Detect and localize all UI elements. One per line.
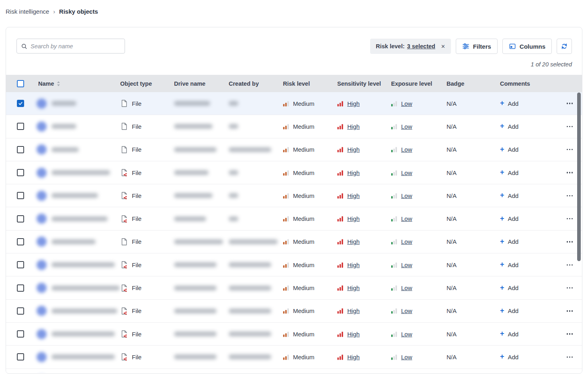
- object-name-cell[interactable]: [33, 214, 120, 224]
- sensitivity-level-link[interactable]: High: [347, 169, 360, 176]
- row-menu-button[interactable]: [565, 285, 574, 291]
- sensitivity-level-high-icon: [337, 262, 344, 268]
- breadcrumb-risk-intelligence[interactable]: Risk intelligence: [6, 8, 49, 15]
- add-comment-button[interactable]: + Add: [500, 100, 561, 107]
- row-checkbox[interactable]: [17, 284, 24, 292]
- sensitivity-level-link[interactable]: High: [347, 215, 360, 222]
- row-checkbox[interactable]: [17, 100, 24, 107]
- row-menu-button[interactable]: [565, 169, 574, 175]
- sensitivity-level-link[interactable]: High: [347, 284, 360, 291]
- sensitivity-level-link[interactable]: High: [347, 100, 360, 107]
- table-body: File Medium High: [6, 92, 582, 373]
- column-header-comments: Comments: [500, 80, 561, 87]
- badge-value: N/A: [447, 169, 457, 176]
- filters-button[interactable]: Filters: [456, 39, 498, 54]
- row-menu-button[interactable]: [565, 331, 574, 337]
- row-menu-button[interactable]: [565, 100, 574, 106]
- sensitivity-level-link[interactable]: High: [347, 146, 360, 153]
- add-comment-button[interactable]: + Add: [500, 307, 561, 314]
- row-checkbox[interactable]: [17, 192, 24, 199]
- add-comment-label: Add: [508, 331, 519, 338]
- exposure-level-link[interactable]: Low: [401, 215, 412, 222]
- exposure-level-link[interactable]: Low: [401, 146, 412, 153]
- add-comment-button[interactable]: + Add: [500, 284, 561, 291]
- row-menu-button[interactable]: [565, 239, 574, 245]
- row-menu-button[interactable]: [565, 216, 574, 222]
- filter-chip-label: Risk level:: [376, 43, 405, 49]
- row-menu-button[interactable]: [565, 354, 574, 360]
- vertical-scrollbar[interactable]: [577, 93, 581, 261]
- exposure-level-link[interactable]: Low: [401, 307, 412, 314]
- sensitivity-level-link[interactable]: High: [347, 331, 360, 338]
- file-icon: [120, 146, 128, 154]
- row-checkbox[interactable]: [17, 123, 24, 130]
- sensitivity-level-link[interactable]: High: [347, 238, 360, 245]
- row-checkbox[interactable]: [17, 307, 24, 315]
- search-input[interactable]: [31, 43, 121, 49]
- sensitivity-level-link[interactable]: High: [347, 192, 360, 199]
- filter-chip-value[interactable]: 3 selected: [407, 43, 435, 49]
- sensitivity-level-high-icon: [337, 308, 344, 314]
- object-name-cell[interactable]: [33, 283, 120, 293]
- object-name-blurred: [51, 147, 79, 152]
- sensitivity-level-link[interactable]: High: [347, 354, 360, 360]
- row-checkbox[interactable]: [17, 215, 24, 222]
- exposure-level-link[interactable]: Low: [401, 123, 412, 130]
- add-comment-button[interactable]: + Add: [500, 262, 561, 268]
- risk-level-medium-icon: [283, 216, 289, 222]
- add-comment-button[interactable]: + Add: [500, 215, 561, 222]
- object-name-cell[interactable]: [33, 191, 120, 201]
- sensitivity-level-link[interactable]: High: [347, 262, 360, 268]
- exposure-level-link[interactable]: Low: [401, 169, 412, 176]
- row-checkbox[interactable]: [17, 238, 24, 245]
- exposure-level-link[interactable]: Low: [401, 192, 412, 199]
- columns-button[interactable]: Columns: [502, 39, 552, 54]
- row-menu-button[interactable]: [565, 124, 574, 130]
- add-comment-button[interactable]: + Add: [500, 331, 561, 338]
- add-comment-button[interactable]: + Add: [500, 354, 561, 360]
- row-menu-button[interactable]: [565, 308, 574, 314]
- exposure-level-low-icon: [391, 101, 397, 107]
- column-header-drive-name: Drive name: [174, 80, 229, 87]
- object-name-cell[interactable]: [33, 99, 120, 109]
- row-checkbox[interactable]: [17, 146, 24, 153]
- object-name-cell[interactable]: [33, 306, 120, 316]
- object-name-cell[interactable]: [33, 144, 120, 154]
- filters-button-label: Filters: [473, 43, 491, 50]
- sensitivity-level-link[interactable]: High: [347, 123, 360, 130]
- file-icon: [120, 353, 128, 361]
- filter-chip-close-icon[interactable]: ✕: [441, 43, 445, 49]
- add-comment-button[interactable]: + Add: [500, 169, 561, 176]
- row-menu-button[interactable]: [565, 193, 574, 199]
- row-menu-button[interactable]: [565, 262, 574, 268]
- file-icon: [120, 261, 128, 269]
- exposure-level-link[interactable]: Low: [401, 238, 412, 245]
- object-name-cell[interactable]: [33, 352, 120, 362]
- refresh-button[interactable]: [557, 39, 572, 54]
- sensitivity-level-link[interactable]: High: [347, 307, 360, 314]
- add-comment-button[interactable]: + Add: [500, 146, 561, 153]
- object-avatar-blurred: [37, 168, 47, 178]
- add-comment-button[interactable]: + Add: [500, 238, 561, 245]
- exposure-level-link[interactable]: Low: [401, 354, 412, 360]
- row-checkbox[interactable]: [17, 169, 24, 176]
- row-checkbox[interactable]: [17, 353, 24, 360]
- row-checkbox[interactable]: [17, 261, 24, 268]
- exposure-level-link[interactable]: Low: [401, 100, 412, 107]
- add-comment-button[interactable]: + Add: [500, 192, 561, 199]
- object-name-cell[interactable]: [33, 237, 120, 247]
- object-name-cell[interactable]: [33, 329, 120, 339]
- table-row: File Medium High: [6, 231, 582, 253]
- column-header-name[interactable]: Name: [33, 80, 120, 87]
- object-name-cell[interactable]: [33, 122, 120, 132]
- object-name-cell[interactable]: [33, 260, 120, 270]
- file-icon: [120, 99, 128, 107]
- row-menu-button[interactable]: [565, 146, 574, 152]
- exposure-level-link[interactable]: Low: [401, 284, 412, 291]
- exposure-level-link[interactable]: Low: [401, 331, 412, 338]
- object-name-cell[interactable]: [33, 168, 120, 178]
- select-all-checkbox[interactable]: [17, 80, 24, 87]
- add-comment-button[interactable]: + Add: [500, 123, 561, 130]
- row-checkbox[interactable]: [17, 330, 24, 338]
- exposure-level-link[interactable]: Low: [401, 262, 412, 268]
